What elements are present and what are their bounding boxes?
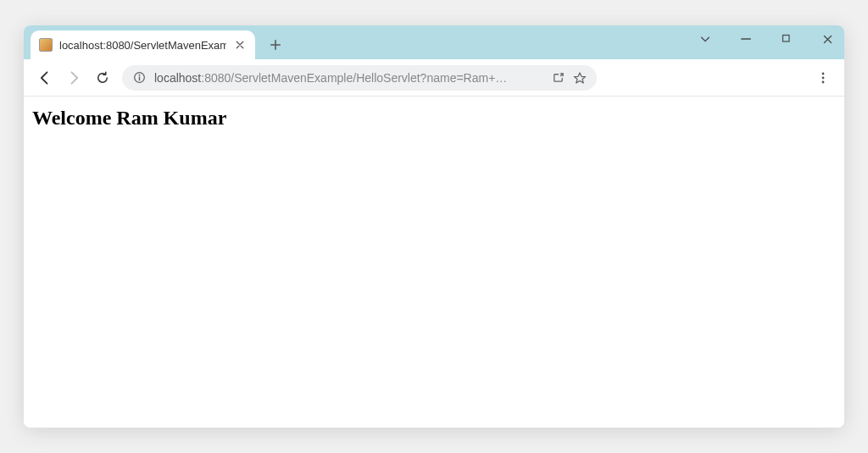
- address-bar[interactable]: localhost:8080/ServletMavenExample/Hello…: [122, 65, 597, 91]
- toolbar-right: [814, 69, 832, 87]
- browser-toolbar: localhost:8080/ServletMavenExample/Hello…: [24, 59, 844, 97]
- maximize-button[interactable]: [778, 30, 795, 47]
- close-tab-button[interactable]: [233, 38, 247, 52]
- url-host: localhost: [154, 71, 201, 85]
- page-heading: Welcome Ram Kumar: [32, 107, 836, 130]
- reload-button[interactable]: [93, 69, 112, 87]
- svg-rect-3: [138, 77, 140, 81]
- browser-window: localhost:8080/ServletMavenExam: [24, 25, 844, 428]
- svg-point-4: [822, 72, 825, 75]
- svg-point-6: [822, 80, 825, 83]
- menu-button[interactable]: [814, 69, 832, 87]
- tab-search-button[interactable]: [697, 30, 714, 47]
- bookmark-icon[interactable]: [573, 71, 587, 85]
- titlebar: localhost:8080/ServletMavenExam: [24, 25, 844, 59]
- address-url: localhost:8080/ServletMavenExample/Hello…: [154, 71, 542, 85]
- page-content: Welcome Ram Kumar: [24, 97, 844, 428]
- back-button[interactable]: [36, 69, 54, 87]
- site-info-icon[interactable]: [132, 71, 146, 85]
- window-controls: [697, 30, 836, 47]
- tab-title: localhost:8080/ServletMavenExam: [59, 39, 226, 52]
- minimize-button[interactable]: [737, 30, 754, 47]
- share-icon[interactable]: [551, 71, 565, 85]
- svg-rect-0: [783, 36, 790, 42]
- new-tab-button[interactable]: [264, 33, 287, 57]
- browser-tab[interactable]: localhost:8080/ServletMavenExam: [31, 30, 255, 59]
- svg-point-2: [138, 75, 140, 76]
- favicon-icon: [39, 38, 53, 52]
- forward-button[interactable]: [64, 69, 83, 87]
- svg-point-5: [822, 76, 825, 79]
- url-path: :8080/ServletMavenExample/HelloServlet?n…: [201, 71, 507, 85]
- window-close-button[interactable]: [819, 30, 836, 47]
